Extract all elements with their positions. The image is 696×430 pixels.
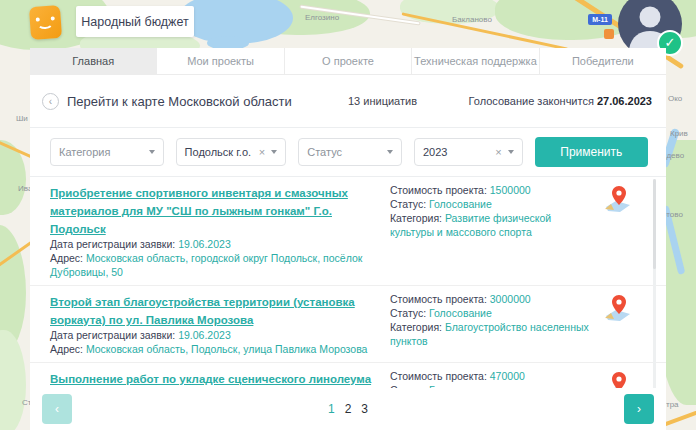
project-list-item: Второй этап благоустройства территории (…: [30, 286, 666, 363]
filters-bar: Категория Подольск г.о. × Статус 2023 × …: [30, 128, 666, 177]
deadline-prefix: Голосование закончится: [469, 95, 594, 107]
app-logo-smiley[interactable]: [29, 5, 62, 40]
tab-o-proekte[interactable]: О проекте: [284, 48, 411, 74]
tab-pobediteli[interactable]: Победители: [539, 48, 666, 74]
chevron-down-icon[interactable]: [508, 150, 514, 154]
map-label: Бакланово: [452, 15, 492, 24]
category-row: Категория: Развитие физической культуры …: [390, 211, 590, 239]
category-label: Категория:: [390, 321, 442, 333]
date-label: Дата регистрации заявки:: [50, 329, 175, 341]
road-badge-m11: М-11: [588, 14, 612, 25]
project-title-link[interactable]: Приобретение спортивного инвентаря и сма…: [50, 187, 348, 235]
project-date-row: Дата регистрации заявки: 19.06.2023: [50, 328, 376, 342]
tab-moi-proekty[interactable]: Мои проекты: [156, 48, 283, 74]
project-address-row: Адрес: Московская область, городской окр…: [50, 251, 376, 279]
project-info: Второй этап благоустройства территории (…: [50, 292, 390, 356]
cost-row: Стоимость проекта: 1500000: [390, 183, 590, 197]
road-badge-icon: [604, 29, 614, 39]
show-on-map-button[interactable]: [590, 292, 632, 356]
chevron-down-icon[interactable]: [271, 150, 277, 154]
cost-row: Стоимость проекта: 470000: [390, 369, 590, 383]
project-details: Стоимость проекта: 1500000 Статус: Голос…: [390, 183, 590, 279]
project-address-row: Адрес: Московская область, Подольск, ули…: [50, 342, 376, 356]
date-value: 19.06.2023: [178, 329, 231, 341]
status-label: Статус:: [390, 307, 426, 319]
project-date-row: Дата регистрации заявки: 19.06.2023: [50, 237, 376, 251]
back-chevron-icon[interactable]: ‹: [42, 93, 59, 110]
chevron-down-icon[interactable]: [387, 150, 393, 154]
show-on-map-button[interactable]: [590, 183, 632, 279]
scrollbar-thumb[interactable]: [653, 179, 656, 269]
clear-filter-icon[interactable]: ×: [259, 146, 265, 158]
project-list-item: Приобретение спортивного инвентаря и сма…: [30, 177, 666, 286]
page-2[interactable]: 2: [345, 402, 352, 416]
map-label: Елгозино: [305, 13, 339, 22]
tab-tech-podderzhka[interactable]: Техническая поддержка: [411, 48, 538, 74]
clear-filter-icon[interactable]: ×: [495, 146, 501, 158]
map-forest-patch: [0, 330, 26, 430]
logo-smile: [37, 17, 54, 29]
municipality-select-value: Подольск г.о.: [185, 146, 255, 158]
content-panel: ‹ Перейти к карте Московской области 13 …: [30, 75, 666, 430]
cost-value: 1500000: [490, 184, 531, 196]
date-value: 19.06.2023: [178, 238, 231, 250]
status-label: Статус:: [390, 198, 426, 210]
map-label: Око: [668, 94, 682, 103]
status-row: Статус: Голосование: [390, 306, 590, 320]
map-pin-icon: [602, 294, 632, 322]
year-select-value: 2023: [423, 146, 491, 158]
map-label: Ши: [16, 114, 28, 123]
map-link[interactable]: Перейти к карте Московской области: [67, 94, 292, 109]
map-label: Крив: [670, 129, 688, 138]
page-numbers: 123: [30, 402, 666, 416]
address-value: Московская область, Подольск, улица Павл…: [86, 343, 368, 355]
cost-value: 3000000: [490, 293, 531, 305]
project-title-link[interactable]: Второй этап благоустройства территории (…: [50, 296, 355, 326]
category-select-value: Категория: [59, 146, 149, 158]
year-select[interactable]: 2023 ×: [414, 138, 523, 166]
project-details: Стоимость проекта: 3000000 Статус: Голос…: [390, 292, 590, 356]
status-value: Голосование: [429, 307, 492, 319]
app-title: Народный бюджет: [76, 6, 194, 37]
status-select[interactable]: Статус: [298, 138, 402, 166]
municipality-select[interactable]: Подольск г.о. ×: [176, 138, 287, 166]
apply-button[interactable]: Применить: [535, 137, 648, 167]
address-value: Московская область, городской округ Подо…: [50, 252, 362, 278]
status-row: Статус: Голосование: [390, 197, 590, 211]
cost-value: 470000: [490, 370, 525, 382]
status-value: Голосование: [429, 198, 492, 210]
voting-deadline: Голосование закончится 27.06.2023: [469, 95, 652, 107]
cost-row: Стоимость проекта: 3000000: [390, 292, 590, 306]
main-nav: Главная Мои проекты О проекте Техническа…: [30, 48, 666, 75]
project-info: Приобретение спортивного инвентаря и сма…: [50, 183, 390, 279]
chevron-down-icon[interactable]: [149, 150, 155, 154]
deadline-date: 27.06.2023: [597, 95, 652, 107]
status-select-value: Статус: [307, 146, 387, 158]
cost-label: Стоимость проекта:: [390, 184, 487, 196]
page-1[interactable]: 1: [328, 402, 335, 416]
cost-label: Стоимость проекта:: [390, 370, 487, 382]
address-label: Адрес:: [50, 252, 83, 264]
date-label: Дата регистрации заявки:: [50, 238, 175, 250]
pagination: ‹ 123 ›: [30, 388, 666, 430]
page: Елгозино Бакланово М-11 Ши Ива Ст Око Кр…: [0, 0, 696, 430]
category-select[interactable]: Категория: [50, 138, 164, 166]
tab-glavnaya[interactable]: Главная: [30, 48, 156, 74]
page-3[interactable]: 3: [361, 402, 368, 416]
scrollbar[interactable]: [653, 179, 656, 391]
initiatives-count: 13 инициатив: [348, 95, 417, 107]
category-row: Категория: Благоустройство населенных пу…: [390, 320, 590, 348]
address-label: Адрес:: [50, 343, 83, 355]
map-pin-icon: [602, 185, 632, 213]
category-label: Категория:: [390, 212, 442, 224]
toolbar: ‹ Перейти к карте Московской области 13 …: [30, 75, 666, 128]
cost-label: Стоимость проекта:: [390, 293, 487, 305]
